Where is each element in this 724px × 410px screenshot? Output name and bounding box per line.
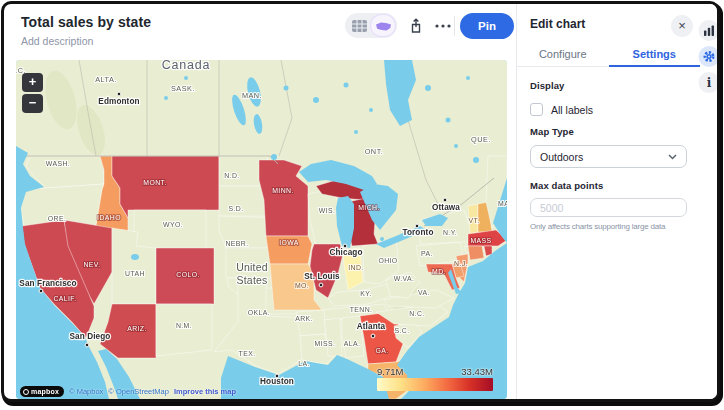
city-dot (85, 343, 89, 347)
close-icon[interactable]: × (671, 15, 693, 37)
all-labels-label: All labels (551, 104, 593, 116)
mapbox-logo[interactable]: mapbox (20, 386, 64, 397)
edit-chart-panel: Edit chart × Configure Settings Display … (516, 4, 700, 399)
city-dot (117, 92, 121, 96)
state-label: W.VA. (394, 275, 415, 282)
map-zoom-in-button[interactable]: + (22, 73, 43, 92)
chevron-down-icon (668, 154, 677, 160)
share-icon (409, 18, 423, 34)
color-legend: 9.71M 33.43M (377, 366, 493, 391)
panel-title: Edit chart (530, 17, 585, 31)
province-label: ALTA. (95, 75, 117, 84)
mapbox-link[interactable]: © Mapbox (69, 387, 103, 396)
city-label: San Francisco (19, 279, 76, 288)
province-label: SASK. (171, 84, 195, 93)
state-label: ALA. (344, 340, 361, 347)
max-data-points-input[interactable] (530, 198, 687, 217)
all-labels-checkbox[interactable] (530, 103, 543, 116)
sidebar-rail: i (701, 4, 717, 399)
choropleth-map[interactable]: CanadaUnitedStates B.C.ALTA.SASK.MAN.ONT… (16, 60, 507, 399)
state-label: N.C. (409, 310, 424, 317)
legend-max-value: 33.43M (461, 366, 493, 377)
settings-rail-button[interactable] (699, 46, 720, 67)
legend-gradient-bar (377, 378, 493, 391)
map-view-toggle[interactable] (371, 15, 395, 36)
table-icon (352, 20, 367, 32)
state-label: MAINE (498, 200, 507, 207)
state-label: COLO. (176, 271, 199, 278)
city-dot (319, 283, 323, 287)
state-label: N.Y. (443, 229, 457, 236)
state-label: VT. (468, 217, 479, 224)
state-label: IND. (348, 264, 363, 271)
state-label: LA. (298, 360, 310, 367)
state-label: N.M. (176, 322, 192, 329)
province-label: QUE. (471, 135, 491, 144)
info-icon: i (707, 76, 712, 90)
state-label: ORE. (48, 215, 66, 222)
map-type-select[interactable]: Outdoors (530, 145, 687, 168)
state-label: OHIO (378, 257, 397, 264)
state-label: PA. (421, 250, 433, 257)
state-label: MISS. (315, 340, 336, 347)
gear-icon (703, 50, 716, 63)
more-options-button[interactable] (430, 13, 455, 38)
map-canvas: CanadaUnitedStates B.C.ALTA.SASK.MAN.ONT… (16, 60, 507, 399)
improve-map-link[interactable]: Improve this map (174, 387, 236, 396)
max-data-points-label: Max data points (530, 180, 687, 191)
tab-configure[interactable]: Configure (517, 45, 609, 66)
city-dot (39, 289, 43, 293)
page-title: Total sales by state (21, 14, 151, 30)
usa-map-icon (375, 20, 392, 32)
state-label: WYO. (163, 221, 183, 228)
state-label: GA. (375, 347, 388, 354)
map-zoom-out-button[interactable]: − (22, 94, 43, 113)
display-section-heading: Display (530, 80, 687, 91)
tab-settings[interactable]: Settings (609, 45, 701, 66)
info-rail-button[interactable]: i (699, 72, 720, 93)
share-button[interactable] (403, 13, 428, 38)
state-label: MASS (470, 237, 491, 244)
city-label: Toronto (402, 228, 433, 237)
great-salt-lake (131, 254, 139, 260)
state-label: S.D. (228, 205, 243, 212)
visualization-toggle[interactable] (345, 13, 397, 38)
state-label: MO. (295, 282, 309, 289)
state-label: N.J. (454, 260, 468, 267)
state-ct[interactable] (468, 246, 484, 260)
state-label: IOWA (279, 239, 299, 246)
state-label: S.C. (394, 327, 409, 334)
map-attribution: mapbox © Mapbox © OpenStreetMap Improve … (20, 386, 236, 397)
city-label: Chicago (330, 248, 363, 257)
table-view-toggle[interactable] (347, 15, 371, 36)
city-label: San Diego (70, 332, 111, 341)
state-label: NEV. (83, 261, 100, 268)
state-ark[interactable] (296, 310, 326, 336)
legend-min-value: 9.71M (377, 366, 403, 377)
pin-button[interactable]: Pin (460, 13, 514, 39)
state-label: WIS. (319, 207, 336, 214)
state-label: MINN. (272, 187, 294, 194)
state-label: N.D. (224, 172, 239, 179)
state-label: ARIZ. (127, 325, 147, 332)
visualization-rail-button[interactable] (699, 20, 720, 41)
state-label: IDAHO (97, 214, 121, 221)
map-type-label: Map Type (530, 126, 687, 137)
osm-link[interactable]: © OpenStreetMap (108, 387, 169, 396)
city-label: Ottawa (432, 203, 460, 212)
province-label: ONT. (365, 147, 384, 156)
add-description-link[interactable]: Add description (21, 35, 93, 47)
city-label: Edmonton (98, 97, 139, 106)
state-nm[interactable] (156, 304, 212, 356)
state-label: TEX. (239, 350, 256, 357)
state-label: CALIF. (53, 295, 76, 302)
city-label: Houston (260, 377, 294, 386)
ellipsis-icon (435, 24, 451, 28)
state-label: MICH. (358, 204, 380, 211)
country-label: States (237, 274, 268, 286)
panel-tabs: Configure Settings (517, 45, 700, 67)
city-dot (443, 198, 447, 202)
bar-chart-icon (704, 25, 715, 36)
state-mont[interactable] (112, 156, 219, 218)
state-label: OKLA. (248, 309, 270, 316)
